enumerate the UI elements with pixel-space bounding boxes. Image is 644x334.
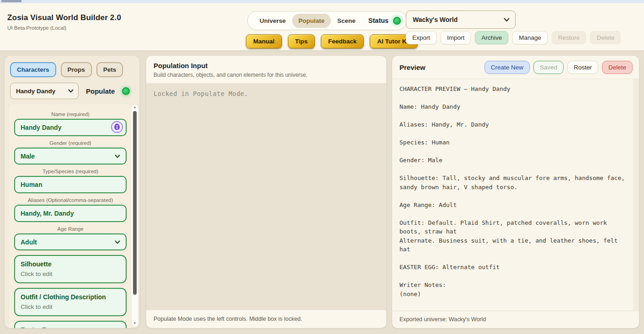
aliases-input[interactable]: [14, 205, 127, 222]
delete-character-button[interactable]: Delete: [602, 61, 633, 74]
silhouette-edit-card[interactable]: Silhouette Click to edit: [14, 255, 127, 283]
preview-scroll-gutter: [633, 79, 639, 311]
manual-button[interactable]: Manual: [246, 34, 282, 48]
export-button[interactable]: Export: [406, 31, 436, 44]
population-input-footer: Populate Mode uses the left controls. Mi…: [146, 310, 386, 328]
outfit-title: Outfit / Clothing Description: [21, 293, 120, 301]
scrollbar[interactable]: ▲ ▼: [132, 104, 138, 327]
entity-editor-panel: Characters Props Pets Handy Dandy Popula…: [5, 56, 139, 328]
population-input-subtitle: Build characters, objects, and canon ele…: [154, 72, 379, 78]
age-range-label: Age Range: [14, 226, 127, 232]
silhouette-edit-hint: Click to edit: [21, 270, 120, 277]
populate-status-dot: [122, 87, 130, 95]
preview-header: Preview Create New Saved Roster Delete: [392, 56, 639, 79]
help-button-row: Manual Tips Feedback AI Tutor Kit: [246, 34, 418, 48]
preview-panel: Preview Create New Saved Roster Delete C…: [392, 56, 639, 328]
population-input-panel: Population Input Build characters, objec…: [146, 56, 386, 328]
population-input-header: Population Input Build characters, objec…: [146, 56, 386, 83]
character-preview-text: CHARACTER PREVIEW — Handy Dandy Name: Ha…: [392, 79, 633, 311]
age-range-select-value: Adult: [21, 239, 37, 246]
universe-action-row: Export Import Archive Manage Restore Del…: [406, 31, 621, 44]
easter-egg-icon: [111, 121, 123, 135]
archive-button[interactable]: Archive: [475, 31, 508, 44]
outfit-edit-hint: Click to edit: [21, 303, 120, 310]
entity-type-tabs: Characters Props Pets: [5, 56, 139, 81]
mode-tab-bar: Universe Populate Scene Status: [247, 11, 407, 30]
easter-egg-title: Easter Egg: [21, 326, 120, 328]
age-range-select[interactable]: Adult: [14, 233, 127, 250]
saved-button[interactable]: Saved: [533, 61, 564, 74]
name-input[interactable]: [14, 119, 127, 136]
preview-footer: Exported universe: Wacky's World: [392, 311, 639, 328]
scrollbar-thumb[interactable]: [133, 111, 137, 295]
preview-button-row: Create New Saved Roster Delete: [484, 61, 633, 74]
universe-select-value: Wacky's World: [413, 16, 458, 23]
character-form: Name (required) Gender (required) Male T…: [9, 104, 132, 328]
tips-button[interactable]: Tips: [288, 34, 315, 48]
population-input-textarea: Locked in Populate Mode.: [146, 83, 386, 310]
scroll-up-icon[interactable]: ▲: [132, 104, 138, 111]
restore-button[interactable]: Restore: [552, 31, 586, 44]
status-indicator-dot: [393, 17, 401, 25]
gender-label: Gender (required): [14, 140, 127, 146]
character-select-value: Handy Dandy: [16, 88, 55, 95]
species-input[interactable]: [14, 176, 127, 193]
population-input-title: Population Input: [154, 62, 379, 69]
easter-egg-edit-card[interactable]: Easter Egg Click to edit: [14, 321, 127, 328]
manage-button[interactable]: Manage: [512, 31, 548, 44]
chevron-down-icon: [504, 18, 510, 22]
outfit-edit-card[interactable]: Outfit / Clothing Description Click to e…: [14, 288, 127, 316]
tab-props[interactable]: Props: [61, 62, 92, 77]
silhouette-title: Silhouette: [21, 260, 120, 268]
app-subtitle: UI Beta Prototype (Local): [7, 25, 121, 31]
universe-select[interactable]: Wacky's World: [406, 11, 516, 29]
species-label: Type/Species (required): [14, 169, 127, 174]
tab-scene[interactable]: Scene: [331, 14, 362, 28]
preview-title: Preview: [399, 64, 426, 71]
app-title: Zosia Visual World Builder 2.0: [7, 13, 121, 22]
gender-select[interactable]: Male: [14, 148, 127, 164]
tab-pets[interactable]: Pets: [96, 62, 123, 77]
tab-characters[interactable]: Characters: [10, 62, 56, 77]
browser-tab-remnant: [1, 0, 21, 2]
delete-universe-button[interactable]: Delete: [590, 31, 621, 44]
app-header: Zosia Visual World Builder 2.0 UI Beta P…: [0, 3, 644, 51]
create-new-button[interactable]: Create New: [484, 61, 530, 74]
chevron-down-icon: [115, 154, 120, 158]
character-select[interactable]: Handy Dandy: [10, 83, 79, 99]
gender-select-value: Male: [21, 153, 35, 160]
title-block: Zosia Visual World Builder 2.0 UI Beta P…: [7, 13, 121, 31]
browser-top-strip: [0, 0, 644, 3]
populate-mode-label: Populate: [86, 87, 115, 95]
status-label: Status: [362, 17, 393, 24]
roster-button[interactable]: Roster: [567, 61, 598, 74]
character-select-row: Handy Dandy Populate: [5, 81, 139, 104]
name-label: Name (required): [14, 111, 127, 117]
scroll-down-icon[interactable]: ▼: [132, 320, 138, 327]
tab-populate[interactable]: Populate: [292, 14, 331, 28]
tab-universe[interactable]: Universe: [253, 14, 292, 28]
aliases-label: Aliases (Optional/comma-separated): [14, 197, 127, 203]
import-button[interactable]: Import: [441, 31, 471, 44]
chevron-down-icon: [115, 240, 120, 244]
feedback-button[interactable]: Feedback: [321, 34, 364, 48]
chevron-down-icon: [68, 89, 74, 93]
preview-body-wrap: CHARACTER PREVIEW — Handy Dandy Name: Ha…: [392, 79, 639, 311]
